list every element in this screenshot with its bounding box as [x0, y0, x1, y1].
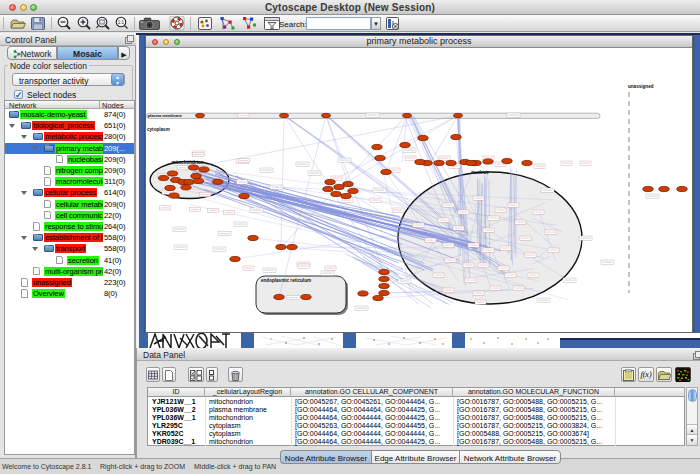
svg-text:unassigned: unassigned	[628, 84, 654, 89]
svg-text:endoplasmic reticulum: endoplasmic reticulum	[261, 278, 311, 283]
svg-text:mitochondrion: mitochondrion	[171, 160, 203, 165]
svg-text:nucleus: nucleus	[471, 170, 489, 175]
svg-text:1:1: 1:1	[118, 20, 125, 25]
svg-text:cytoplasm: cytoplasm	[147, 127, 170, 132]
svg-text:plasma membrane: plasma membrane	[148, 113, 183, 118]
